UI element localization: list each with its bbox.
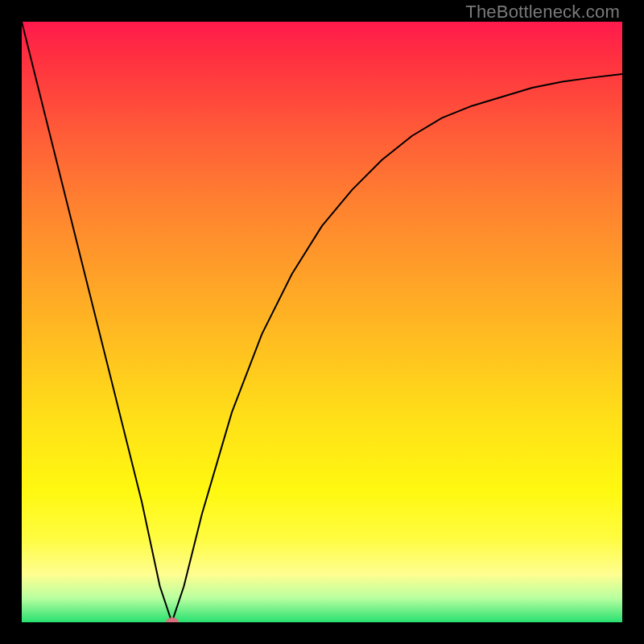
plot-area — [22, 22, 622, 622]
watermark-text: TheBottleneck.com — [465, 2, 620, 23]
minimum-marker — [166, 617, 179, 622]
bottleneck-curve — [22, 22, 622, 622]
